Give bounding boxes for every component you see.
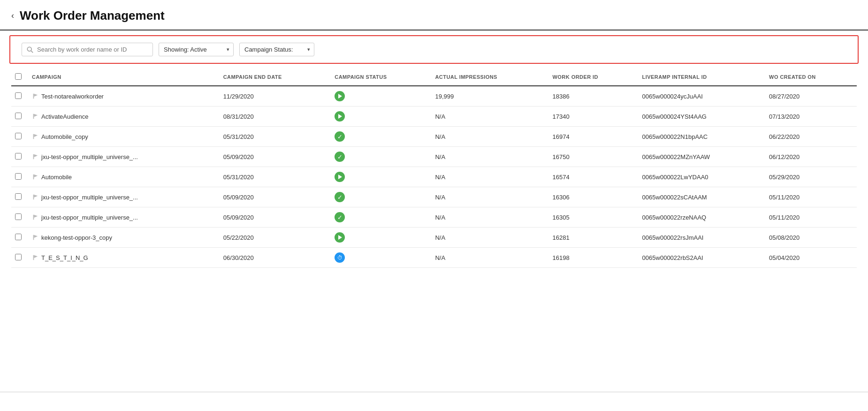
liveramp-id-cell: 0065w000022sCAtAAM bbox=[639, 187, 766, 207]
status-cell bbox=[331, 228, 431, 248]
work-order-id-cell: 16574 bbox=[549, 167, 639, 187]
campaign-cell: T_E_S_T_I_N_G bbox=[28, 248, 220, 268]
work-order-id-cell: 16974 bbox=[549, 127, 639, 147]
status-cell: ✓ bbox=[331, 147, 431, 167]
end-date-cell: 05/09/2020 bbox=[220, 207, 331, 228]
row-checkbox[interactable] bbox=[15, 153, 22, 160]
row-checkbox[interactable] bbox=[15, 133, 22, 139]
impressions-cell: N/A bbox=[431, 248, 548, 268]
svg-rect-4 bbox=[33, 134, 34, 139]
flag-icon bbox=[32, 174, 38, 180]
campaign-cell: Automobile bbox=[28, 167, 220, 187]
page-title: Work Order Management bbox=[20, 8, 165, 23]
row-checkbox-cell bbox=[11, 127, 28, 147]
table-header-row: CAMPAIGN CAMPAIGN END DATE CAMPAIGN STAT… bbox=[11, 68, 857, 86]
status-cell: ✓ bbox=[331, 207, 431, 228]
toolbar: Showing: Active Showing: Inactive Showin… bbox=[9, 35, 859, 64]
flag-icon bbox=[32, 93, 38, 99]
liveramp-id-cell: 0065w000022rzeNAAQ bbox=[639, 207, 766, 228]
table-row: ActivateAudience 08/31/2020N/A173400065w… bbox=[11, 107, 857, 127]
row-checkbox[interactable] bbox=[15, 213, 22, 220]
svg-rect-7 bbox=[33, 195, 34, 200]
campaign-status-select-wrapper: Campaign Status: Running Completed Pendi… bbox=[239, 43, 314, 56]
select-all-header bbox=[11, 68, 28, 86]
row-checkbox-cell bbox=[11, 147, 28, 167]
liveramp-id-cell: 0065w000022MZnYAAW bbox=[639, 147, 766, 167]
col-campaign: CAMPAIGN bbox=[28, 68, 220, 86]
status-cell: ✓ bbox=[331, 127, 431, 147]
showing-select[interactable]: Showing: Active Showing: Inactive Showin… bbox=[164, 46, 228, 53]
work-order-id-cell: 16281 bbox=[549, 228, 639, 248]
row-checkbox-cell bbox=[11, 248, 28, 268]
col-work-order-id: WORK ORDER ID bbox=[549, 68, 639, 86]
back-button[interactable]: ‹ bbox=[11, 11, 14, 21]
flag-icon bbox=[32, 234, 38, 241]
row-checkbox-cell bbox=[11, 207, 28, 228]
flag-icon bbox=[32, 113, 38, 120]
row-checkbox[interactable] bbox=[15, 234, 22, 240]
status-running-icon bbox=[335, 111, 345, 122]
status-cell: ✓ bbox=[331, 187, 431, 207]
flag-icon bbox=[32, 254, 38, 261]
table-row: jxu-test-oppor_multiple_universe_... 05/… bbox=[11, 187, 857, 207]
footer bbox=[0, 392, 868, 411]
campaign-name: ActivateAudience bbox=[41, 113, 88, 120]
campaign-name: T_E_S_T_I_N_G bbox=[41, 254, 88, 261]
end-date-cell: 05/09/2020 bbox=[220, 187, 331, 207]
showing-select-wrapper: Showing: Active Showing: Inactive Showin… bbox=[159, 43, 234, 56]
svg-rect-6 bbox=[33, 175, 34, 180]
status-cell bbox=[331, 107, 431, 127]
end-date-cell: 05/31/2020 bbox=[220, 127, 331, 147]
search-icon bbox=[27, 46, 33, 53]
row-checkbox[interactable] bbox=[15, 173, 22, 180]
status-running-icon bbox=[335, 232, 345, 243]
svg-rect-9 bbox=[33, 235, 34, 240]
row-checkbox[interactable] bbox=[15, 254, 22, 260]
search-box bbox=[22, 43, 153, 56]
col-end-date: CAMPAIGN END DATE bbox=[220, 68, 331, 86]
svg-rect-8 bbox=[33, 215, 34, 220]
liveramp-id-cell: 0065w000022LwYDAA0 bbox=[639, 167, 766, 187]
created-on-cell: 08/27/2020 bbox=[765, 86, 857, 107]
end-date-cell: 05/31/2020 bbox=[220, 167, 331, 187]
row-checkbox-cell bbox=[11, 86, 28, 107]
status-running-icon bbox=[335, 91, 345, 101]
end-date-cell: 08/31/2020 bbox=[220, 107, 331, 127]
created-on-cell: 06/22/2020 bbox=[765, 127, 857, 147]
table-row: Test-notarealworkorder 11/29/202019,9991… bbox=[11, 86, 857, 107]
impressions-cell: 19,999 bbox=[431, 86, 548, 107]
status-cell: ⏱ bbox=[331, 248, 431, 268]
status-completed-icon: ✓ bbox=[335, 212, 345, 222]
impressions-cell: N/A bbox=[431, 107, 548, 127]
row-checkbox[interactable] bbox=[15, 92, 22, 99]
flag-icon bbox=[32, 153, 38, 160]
liveramp-id-cell: 0065w000022rsJmAAI bbox=[639, 228, 766, 248]
status-completed-icon: ✓ bbox=[335, 152, 345, 162]
work-order-id-cell: 16305 bbox=[549, 207, 639, 228]
select-all-checkbox[interactable] bbox=[15, 73, 22, 80]
work-order-id-cell: 16198 bbox=[549, 248, 639, 268]
row-checkbox[interactable] bbox=[15, 193, 22, 200]
row-checkbox-cell bbox=[11, 167, 28, 187]
col-status: CAMPAIGN STATUS bbox=[331, 68, 431, 86]
created-on-cell: 05/29/2020 bbox=[765, 167, 857, 187]
campaign-name: jxu-test-oppor_multiple_universe_... bbox=[41, 194, 138, 201]
liveramp-id-cell: 0065w000024YSt4AAG bbox=[639, 107, 766, 127]
status-pending-icon: ⏱ bbox=[335, 252, 345, 263]
table-row: Automobile_copy 05/31/2020✓N/A169740065w… bbox=[11, 127, 857, 147]
svg-rect-3 bbox=[33, 114, 34, 119]
table-container: CAMPAIGN CAMPAIGN END DATE CAMPAIGN STAT… bbox=[0, 68, 868, 392]
impressions-cell: N/A bbox=[431, 127, 548, 147]
liveramp-id-cell: 0065w000022rbS2AAI bbox=[639, 248, 766, 268]
col-impressions: ACTUAL IMPRESSIONS bbox=[431, 68, 548, 86]
page-header: ‹ Work Order Management bbox=[0, 0, 868, 30]
search-input[interactable] bbox=[37, 46, 148, 53]
impressions-cell: N/A bbox=[431, 147, 548, 167]
campaign-status-select[interactable]: Campaign Status: Running Completed Pendi… bbox=[244, 46, 309, 53]
created-on-cell: 05/08/2020 bbox=[765, 228, 857, 248]
work-order-id-cell: 18386 bbox=[549, 86, 639, 107]
row-checkbox[interactable] bbox=[15, 113, 22, 119]
svg-rect-2 bbox=[33, 94, 34, 99]
table-row: jxu-test-oppor_multiple_universe_... 05/… bbox=[11, 207, 857, 228]
campaign-cell: jxu-test-oppor_multiple_universe_... bbox=[28, 207, 220, 228]
